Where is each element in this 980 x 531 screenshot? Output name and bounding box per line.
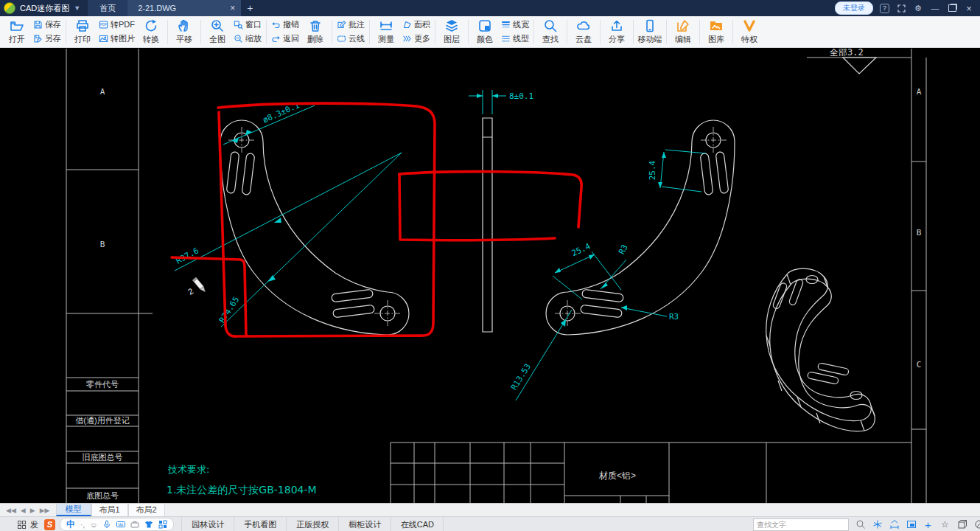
microphone-icon[interactable]: [102, 520, 111, 529]
edit-button[interactable]: 编辑: [669, 17, 697, 46]
svg-text:PDF: PDF: [100, 23, 107, 27]
cube-icon[interactable]: [956, 519, 967, 530]
zone-label: A: [100, 87, 105, 97]
phone-icon: [643, 18, 657, 33]
redo-button[interactable]: 返回: [271, 33, 299, 44]
svg-text:R3: R3: [669, 312, 679, 322]
cloud-disk-button[interactable]: 云盘: [570, 17, 598, 46]
svg-text:技术要求:: 技术要求:: [167, 464, 209, 475]
line-width-button[interactable]: 线宽: [501, 19, 529, 30]
measure-mode-icon[interactable]: [889, 519, 900, 530]
close-window-icon[interactable]: ×: [964, 3, 974, 13]
delete-button[interactable]: 删除: [301, 17, 329, 46]
to-image-button[interactable]: 转图片: [99, 33, 135, 44]
to-pdf-button[interactable]: PDF 转PDF: [99, 19, 135, 30]
taskbar-app-license[interactable]: 正版授权: [286, 517, 338, 531]
convert-button[interactable]: 转换: [137, 17, 165, 46]
first-layout-icon[interactable]: ◀◀: [4, 507, 18, 514]
last-layout-icon[interactable]: ▶▶: [38, 507, 52, 514]
ime-grid-icon[interactable]: [158, 520, 167, 529]
find-button[interactable]: 查找: [536, 17, 564, 46]
annotate-button[interactable]: 批注: [337, 19, 365, 30]
edit-pencil-icon: [676, 18, 690, 33]
zone-label: C: [917, 360, 922, 369]
taskbar-label: 发: [30, 519, 38, 530]
search-icon: [543, 18, 558, 33]
taskbar-app-mobile-viewer[interactable]: 手机看图: [234, 517, 286, 531]
find-text-input[interactable]: [753, 518, 849, 531]
maximize-icon[interactable]: [947, 3, 957, 13]
help-icon[interactable]: ?: [880, 4, 889, 13]
more-button[interactable]: 更多: [402, 33, 430, 44]
svg-text:R3: R3: [617, 243, 630, 256]
fullscreen-icon[interactable]: [896, 3, 906, 13]
line-type-button[interactable]: 线型: [501, 33, 529, 44]
save-disk-icon: [33, 20, 43, 30]
area-button[interactable]: 面积: [402, 19, 430, 30]
vip-v-icon: [742, 18, 757, 33]
new-tab-button[interactable]: +: [247, 2, 253, 14]
printer-icon: [75, 18, 90, 33]
gallery-button[interactable]: 图库: [702, 17, 730, 46]
cloud-line-button[interactable]: 云线: [337, 33, 365, 44]
zoom-window-button[interactable]: 窗口: [234, 19, 262, 30]
next-layout-icon[interactable]: ▶: [29, 507, 37, 514]
grid-launcher-icon[interactable]: [18, 521, 26, 529]
color-button[interactable]: 颜色: [471, 17, 499, 46]
no-circle-icon[interactable]: [973, 519, 980, 530]
chevron-down-icon[interactable]: ▼: [74, 4, 80, 12]
mobile-button[interactable]: 移动端: [636, 17, 664, 46]
image-icon: [99, 34, 108, 44]
skin-shirt-icon[interactable]: [144, 520, 153, 529]
tab-model[interactable]: 模型: [56, 504, 91, 516]
bracket-mirrored-view: [546, 120, 735, 335]
save-button[interactable]: 保存: [33, 19, 61, 30]
zoom-scale-button[interactable]: 缩放: [234, 33, 262, 44]
sogou-input-icon[interactable]: S: [44, 519, 55, 530]
prev-layout-icon[interactable]: ◀: [19, 507, 27, 514]
open-button[interactable]: 打开: [3, 17, 31, 46]
app-logo-icon: [4, 2, 15, 14]
material-label: 材质<铝>: [598, 471, 636, 481]
favorite-star-icon[interactable]: ☆: [939, 519, 951, 530]
save-as-button[interactable]: 另存: [33, 33, 61, 44]
taskbar-app-garden[interactable]: 园林设计: [181, 517, 234, 531]
share-icon: [609, 18, 624, 33]
measure-icon: [379, 18, 393, 33]
crosshair-icon[interactable]: +: [923, 519, 934, 530]
taskbar-app-online-cad[interactable]: 在线CAD: [391, 517, 444, 531]
ime-language-toggle[interactable]: 中: [66, 518, 75, 531]
keyboard-icon[interactable]: [116, 520, 125, 529]
close-tab-icon[interactable]: ×: [230, 3, 235, 13]
screen-mode-icon[interactable]: [906, 519, 917, 530]
tab-home[interactable]: 首页: [88, 0, 127, 16]
tab-layout2[interactable]: 布局2: [128, 504, 165, 516]
technical-notes: 技术要求: 1.未注公差的尺寸按GB-1804-M 2.零件要求去毛刺: [167, 464, 317, 503]
login-button[interactable]: 未登录: [835, 1, 873, 15]
orbit-3d-icon[interactable]: [872, 519, 883, 530]
cad-canvas[interactable]: A B A B C 零件代号 借(通)用件登记 旧底图总号 底图总号 材质<铝>…: [0, 49, 980, 503]
cloud-icon: [576, 18, 591, 33]
minimize-icon[interactable]: —: [930, 3, 940, 13]
privilege-button[interactable]: 特权: [735, 17, 763, 46]
pdf-icon: PDF: [99, 20, 108, 30]
share-button[interactable]: 分享: [603, 17, 631, 46]
zone-label: B: [100, 240, 105, 249]
toolbox-icon[interactable]: [130, 520, 139, 529]
tab-layout1[interactable]: 布局1: [91, 504, 128, 516]
fit-view-button[interactable]: 全图: [203, 17, 231, 46]
measure-button[interactable]: 测量: [372, 17, 400, 46]
refresh-icon: [144, 18, 158, 33]
emoji-icon[interactable]: ☺: [90, 521, 97, 529]
tab-document[interactable]: 2-21.DWG ×: [127, 0, 241, 16]
ime-punctuation-toggle[interactable]: ·,: [80, 521, 85, 529]
pan-button[interactable]: 平移: [170, 17, 198, 46]
layers-button[interactable]: 图层: [438, 17, 466, 46]
bracket-front-view: [220, 120, 409, 335]
print-button[interactable]: 打印: [69, 17, 97, 46]
settings-gear-icon[interactable]: ⚙: [913, 3, 923, 13]
find-text-search-icon[interactable]: [855, 519, 866, 530]
taskbar-app-cabinet[interactable]: 橱柜设计: [338, 517, 391, 531]
svg-text:R97.6: R97.6: [175, 246, 200, 266]
undo-button[interactable]: 撤销: [271, 19, 299, 30]
